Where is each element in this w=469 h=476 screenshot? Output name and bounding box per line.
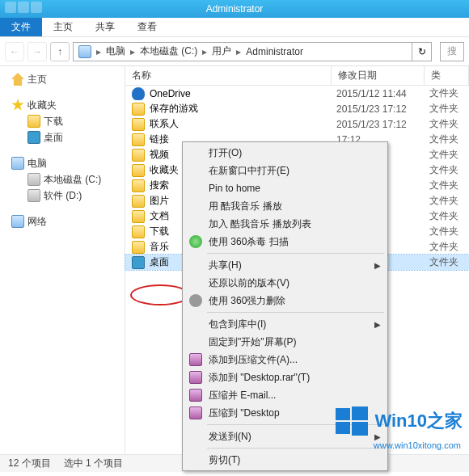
context-menu-item[interactable]: 共享(H)▶ (184, 256, 386, 274)
status-selected: 选中 1 个项目 (64, 457, 123, 470)
forward-button[interactable]: → (27, 42, 47, 61)
status-count: 12 个项目 (8, 457, 51, 470)
address-bar[interactable]: ▸ 电脑 ▸ 本地磁盘 (C:) ▸ 用户 ▸ Administrator (73, 42, 412, 61)
up-button[interactable]: ↑ (50, 42, 70, 61)
windows-logo-icon (334, 403, 370, 439)
file-row[interactable]: 联系人2015/1/23 17:12文件夹 (125, 116, 469, 132)
sidebar-label: 桌面 (44, 131, 63, 145)
folder-icon (132, 103, 145, 116)
breadcrumb-seg[interactable]: 电脑 (103, 44, 129, 58)
col-type[interactable]: 类 (425, 66, 469, 85)
qat-icon[interactable] (5, 2, 16, 13)
context-menu-separator (207, 312, 384, 313)
sidebar-computer[interactable]: 电脑 (0, 155, 125, 171)
col-date[interactable]: 修改日期 (332, 66, 425, 85)
folder-icon (132, 195, 145, 208)
context-menu-item[interactable]: 包含到库中(I)▶ (184, 315, 386, 333)
sidebar-label: 电脑 (27, 157, 47, 171)
breadcrumb-sep: ▸ (95, 46, 103, 57)
tab-home[interactable]: 主页 (42, 18, 84, 36)
file-type: 文件夹 (429, 86, 458, 100)
context-menu-item[interactable]: 在新窗口中打开(E) (184, 162, 386, 179)
context-menu-label: 使用 360强力删除 (209, 294, 285, 308)
file-type: 文件夹 (429, 225, 458, 238)
svg-rect-2 (336, 422, 350, 434)
tab-file[interactable]: 文件 (0, 18, 42, 36)
qat-icon[interactable] (18, 2, 29, 13)
context-menu-item[interactable]: 还原以前的版本(V) (184, 274, 386, 292)
watermark-url: www.win10xitong.com (374, 440, 461, 450)
breadcrumb-seg[interactable]: Administrator (243, 46, 306, 57)
sidebar-label: 下载 (44, 115, 63, 128)
search-box[interactable]: 搜 (440, 42, 464, 61)
context-menu-label: Pin to home (209, 183, 260, 194)
back-button[interactable]: ← (5, 42, 24, 61)
file-type: 文件夹 (429, 240, 458, 254)
desktop-icon (27, 131, 40, 144)
folder-icon (132, 179, 145, 192)
col-name[interactable]: 名称 (125, 66, 332, 85)
context-menu-item[interactable]: Pin to home (184, 179, 386, 197)
sidebar-label: 网络 (27, 215, 47, 229)
context-menu-item[interactable]: 使用 360强力删除 (184, 292, 386, 310)
folder-icon (132, 133, 145, 146)
folder-icon (132, 164, 145, 177)
window-titlebar: Administrator (0, 0, 469, 18)
rar-icon (189, 389, 202, 402)
sidebar-label: 本地磁盘 (C:) (44, 173, 101, 187)
context-menu-label: 剪切(T) (209, 453, 240, 467)
file-date: 2015/1/12 11:44 (336, 88, 429, 99)
sidebar-item-drive-d[interactable]: 软件 (D:) (0, 187, 125, 204)
context-menu-label: 使用 360杀毒 扫描 (209, 235, 289, 249)
file-type: 文件夹 (429, 148, 458, 162)
breadcrumb-seg[interactable]: 用户 (209, 44, 234, 58)
sidebar-label: 软件 (D:) (44, 189, 82, 203)
context-menu-item[interactable]: 添加到压缩文件(A)... (184, 351, 386, 369)
context-menu-item[interactable]: 加入 酷我音乐 播放列表 (184, 215, 386, 233)
context-menu-label: 固定到"开始"屏幕(P) (209, 335, 297, 349)
nav-pane: 主页 收藏夹 下载 桌面 电脑 本地磁盘 (C:) (0, 66, 125, 454)
context-menu-label: 共享(H) (209, 259, 242, 272)
watermark: Win10之家 (334, 403, 463, 439)
sidebar-item-desktop[interactable]: 桌面 (0, 129, 125, 145)
context-menu-item[interactable]: 压缩并 E-mail... (184, 386, 386, 404)
svg-rect-0 (336, 408, 350, 420)
tab-view[interactable]: 查看 (126, 18, 168, 36)
file-type: 文件夹 (429, 194, 458, 208)
context-menu-label: 添加到压缩文件(A)... (209, 353, 298, 367)
context-menu-separator (207, 448, 384, 449)
context-menu-item[interactable]: 剪切(T) (184, 451, 386, 469)
context-menu-label: 压缩并 E-mail... (209, 389, 276, 402)
tab-share[interactable]: 共享 (84, 18, 126, 36)
context-menu-label: 发送到(N) (209, 430, 251, 444)
rar-icon (189, 406, 202, 419)
context-menu-label: 包含到库中(I) (209, 318, 266, 331)
file-row[interactable]: 保存的游戏2015/1/23 17:12文件夹 (125, 101, 469, 116)
drive-icon (27, 189, 40, 202)
sidebar-network[interactable]: 网络 (0, 213, 125, 230)
window-title: Administrator (206, 3, 264, 15)
context-menu-item[interactable]: 固定到"开始"屏幕(P) (184, 333, 386, 351)
watermark-text: Win10之家 (374, 409, 463, 433)
sidebar-favorites[interactable]: 收藏夹 (0, 97, 125, 113)
qat-icon[interactable] (31, 2, 42, 13)
sidebar-home[interactable]: 主页 (0, 71, 125, 87)
network-icon (11, 215, 24, 228)
folder-icon (132, 225, 145, 238)
context-menu-label: 还原以前的版本(V) (209, 276, 289, 290)
context-menu-item[interactable]: 使用 360杀毒 扫描 (184, 233, 386, 251)
sidebar-item-drive-c[interactable]: 本地磁盘 (C:) (0, 171, 125, 187)
sidebar-label: 收藏夹 (27, 99, 57, 112)
refresh-button[interactable]: ↻ (412, 42, 432, 61)
file-name: 联系人 (150, 117, 336, 131)
sidebar-item-downloads[interactable]: 下载 (0, 113, 125, 129)
green-icon (189, 235, 202, 248)
context-menu-item[interactable]: 添加到 "Desktop.rar"(T) (184, 369, 386, 386)
context-menu-item[interactable]: 用 酷我音乐 播放 (184, 197, 386, 215)
file-name: 保存的游戏 (150, 102, 336, 116)
breadcrumb-seg[interactable]: 本地磁盘 (C:) (137, 44, 201, 58)
file-row[interactable]: OneDrive2015/1/12 11:44文件夹 (125, 86, 469, 101)
folder-icon (27, 115, 40, 128)
context-menu-item[interactable]: 打开(O) (184, 144, 386, 162)
context-menu-label: 用 酷我音乐 播放 (209, 200, 282, 213)
